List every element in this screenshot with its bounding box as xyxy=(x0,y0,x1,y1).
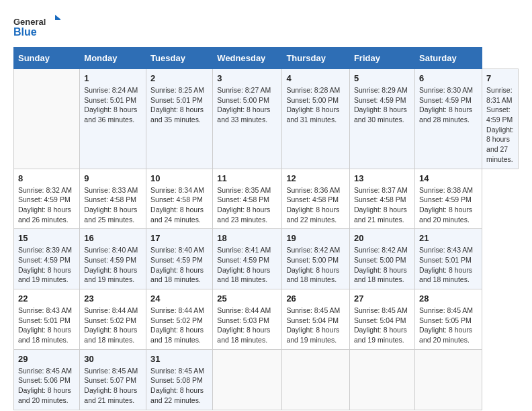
day-info: Sunrise: 8:44 AMSunset: 5:03 PMDaylight:… xyxy=(217,306,277,345)
day-number: 13 xyxy=(354,173,410,183)
day-info: Sunrise: 8:45 AMSunset: 5:07 PMDaylight:… xyxy=(84,366,142,406)
calendar-cell: 10Sunrise: 8:34 AMSunset: 4:58 PMDayligh… xyxy=(146,169,213,229)
calendar-cell: 28Sunrise: 8:45 AMSunset: 5:05 PMDayligh… xyxy=(415,289,482,350)
day-info: Sunrise: 8:38 AMSunset: 4:59 PMDaylight:… xyxy=(419,185,478,225)
calendar-cell xyxy=(14,69,80,169)
day-info: Sunrise: 8:40 AMSunset: 4:59 PMDaylight:… xyxy=(150,245,208,285)
header-row: SundayMondayTuesdayWednesdayThursdayFrid… xyxy=(14,48,519,69)
day-info: Sunrise: 8:45 AMSunset: 5:06 PMDaylight:… xyxy=(18,366,75,406)
calendar-cell: 1Sunrise: 8:24 AMSunset: 5:01 PMDaylight… xyxy=(80,69,146,169)
calendar-cell: 3Sunrise: 8:27 AMSunset: 5:00 PMDaylight… xyxy=(213,69,282,169)
day-number: 11 xyxy=(217,173,277,183)
day-number: 22 xyxy=(18,293,75,304)
page-header: General Blue xyxy=(13,13,519,40)
day-info: Sunrise: 8:37 AMSunset: 4:58 PMDaylight:… xyxy=(354,185,410,225)
calendar-cell: 5Sunrise: 8:29 AMSunset: 4:59 PMDaylight… xyxy=(349,69,414,169)
day-info: Sunrise: 8:32 AMSunset: 4:59 PMDaylight:… xyxy=(18,185,75,225)
day-number: 31 xyxy=(150,354,208,364)
day-info: Sunrise: 8:29 AMSunset: 4:59 PMDaylight:… xyxy=(354,85,410,125)
week-row-3: 15Sunrise: 8:39 AMSunset: 4:59 PMDayligh… xyxy=(14,229,519,289)
day-info: Sunrise: 8:45 AMSunset: 5:04 PMDaylight:… xyxy=(286,306,345,345)
day-info: Sunrise: 8:44 AMSunset: 5:02 PMDaylight:… xyxy=(150,306,208,345)
day-number: 4 xyxy=(286,73,345,83)
calendar-cell: 19Sunrise: 8:42 AMSunset: 5:00 PMDayligh… xyxy=(282,229,350,289)
calendar-cell xyxy=(282,349,350,410)
day-number: 17 xyxy=(150,233,208,243)
column-header-thursday: Thursday xyxy=(282,48,350,69)
calendar-table: SundayMondayTuesdayWednesdayThursdayFrid… xyxy=(13,47,519,410)
calendar-cell xyxy=(213,349,282,410)
calendar-cell: 27Sunrise: 8:45 AMSunset: 5:04 PMDayligh… xyxy=(349,289,414,350)
calendar-cell: 23Sunrise: 8:44 AMSunset: 5:02 PMDayligh… xyxy=(80,289,146,350)
calendar-cell: 30Sunrise: 8:45 AMSunset: 5:07 PMDayligh… xyxy=(80,349,146,410)
day-info: Sunrise: 8:43 AMSunset: 5:01 PMDaylight:… xyxy=(18,306,75,345)
day-number: 8 xyxy=(18,173,75,183)
calendar-cell: 18Sunrise: 8:41 AMSunset: 4:59 PMDayligh… xyxy=(213,229,282,289)
day-info: Sunrise: 8:24 AMSunset: 5:01 PMDaylight:… xyxy=(84,85,142,125)
week-row-4: 22Sunrise: 8:43 AMSunset: 5:01 PMDayligh… xyxy=(14,289,519,350)
calendar-cell xyxy=(349,349,414,410)
week-row-2: 8Sunrise: 8:32 AMSunset: 4:59 PMDaylight… xyxy=(14,169,519,229)
day-number: 15 xyxy=(18,233,75,243)
column-header-monday: Monday xyxy=(80,48,146,69)
day-number: 28 xyxy=(419,293,478,304)
day-number: 25 xyxy=(217,293,277,304)
calendar-cell: 11Sunrise: 8:35 AMSunset: 4:58 PMDayligh… xyxy=(213,169,282,229)
calendar-cell: 6Sunrise: 8:30 AMSunset: 4:59 PMDaylight… xyxy=(415,69,482,169)
day-info: Sunrise: 8:30 AMSunset: 4:59 PMDaylight:… xyxy=(419,85,478,125)
day-number: 30 xyxy=(84,354,142,364)
day-number: 20 xyxy=(354,233,410,243)
svg-text:General: General xyxy=(13,17,46,27)
calendar-cell: 24Sunrise: 8:44 AMSunset: 5:02 PMDayligh… xyxy=(146,289,213,350)
logo: General Blue xyxy=(13,13,60,40)
day-number: 7 xyxy=(486,73,514,83)
calendar-cell: 8Sunrise: 8:32 AMSunset: 4:59 PMDaylight… xyxy=(14,169,80,229)
calendar-body: 1Sunrise: 8:24 AMSunset: 5:01 PMDaylight… xyxy=(14,69,519,410)
day-number: 1 xyxy=(84,73,142,83)
calendar-cell: 17Sunrise: 8:40 AMSunset: 4:59 PMDayligh… xyxy=(146,229,213,289)
day-number: 10 xyxy=(150,173,208,183)
day-number: 19 xyxy=(286,233,345,243)
column-header-friday: Friday xyxy=(349,48,414,69)
column-header-wednesday: Wednesday xyxy=(213,48,282,69)
day-number: 6 xyxy=(419,73,478,83)
calendar-cell: 26Sunrise: 8:45 AMSunset: 5:04 PMDayligh… xyxy=(282,289,350,350)
day-info: Sunrise: 8:42 AMSunset: 5:00 PMDaylight:… xyxy=(354,245,410,285)
calendar-cell: 22Sunrise: 8:43 AMSunset: 5:01 PMDayligh… xyxy=(14,289,80,350)
calendar-cell: 25Sunrise: 8:44 AMSunset: 5:03 PMDayligh… xyxy=(213,289,282,350)
svg-text:Blue: Blue xyxy=(13,26,37,38)
day-info: Sunrise: 8:39 AMSunset: 4:59 PMDaylight:… xyxy=(18,245,75,285)
day-info: Sunrise: 8:45 AMSunset: 5:05 PMDaylight:… xyxy=(419,306,478,345)
day-number: 3 xyxy=(217,73,277,83)
day-number: 12 xyxy=(286,173,345,183)
day-number: 24 xyxy=(150,293,208,304)
day-info: Sunrise: 8:33 AMSunset: 4:58 PMDaylight:… xyxy=(84,185,142,225)
calendar-cell: 7Sunrise: 8:31 AMSunset: 4:59 PMDaylight… xyxy=(482,69,519,169)
calendar-cell: 29Sunrise: 8:45 AMSunset: 5:06 PMDayligh… xyxy=(14,349,80,410)
calendar-cell xyxy=(415,349,482,410)
day-info: Sunrise: 8:43 AMSunset: 5:01 PMDaylight:… xyxy=(419,245,478,285)
calendar-cell: 21Sunrise: 8:43 AMSunset: 5:01 PMDayligh… xyxy=(415,229,482,289)
day-number: 2 xyxy=(150,73,208,83)
calendar-header: SundayMondayTuesdayWednesdayThursdayFrid… xyxy=(14,48,519,69)
calendar-cell: 31Sunrise: 8:45 AMSunset: 5:08 PMDayligh… xyxy=(146,349,213,410)
day-number: 14 xyxy=(419,173,478,183)
calendar-cell: 14Sunrise: 8:38 AMSunset: 4:59 PMDayligh… xyxy=(415,169,482,229)
calendar-cell: 15Sunrise: 8:39 AMSunset: 4:59 PMDayligh… xyxy=(14,229,80,289)
day-info: Sunrise: 8:40 AMSunset: 4:59 PMDaylight:… xyxy=(84,245,142,285)
day-info: Sunrise: 8:31 AMSunset: 4:59 PMDaylight:… xyxy=(486,85,514,165)
day-info: Sunrise: 8:35 AMSunset: 4:58 PMDaylight:… xyxy=(217,185,277,225)
day-number: 9 xyxy=(84,173,142,183)
day-info: Sunrise: 8:36 AMSunset: 4:58 PMDaylight:… xyxy=(286,185,345,225)
day-info: Sunrise: 8:27 AMSunset: 5:00 PMDaylight:… xyxy=(217,85,277,125)
calendar-cell: 13Sunrise: 8:37 AMSunset: 4:58 PMDayligh… xyxy=(349,169,414,229)
day-info: Sunrise: 8:45 AMSunset: 5:08 PMDaylight:… xyxy=(150,366,208,406)
column-header-sunday: Sunday xyxy=(14,48,80,69)
calendar-cell: 2Sunrise: 8:25 AMSunset: 5:01 PMDaylight… xyxy=(146,69,213,169)
logo-svg: General Blue xyxy=(13,13,60,40)
day-number: 21 xyxy=(419,233,478,243)
day-number: 16 xyxy=(84,233,142,243)
day-info: Sunrise: 8:41 AMSunset: 4:59 PMDaylight:… xyxy=(217,245,277,285)
day-info: Sunrise: 8:34 AMSunset: 4:58 PMDaylight:… xyxy=(150,185,208,225)
day-info: Sunrise: 8:42 AMSunset: 5:00 PMDaylight:… xyxy=(286,245,345,285)
